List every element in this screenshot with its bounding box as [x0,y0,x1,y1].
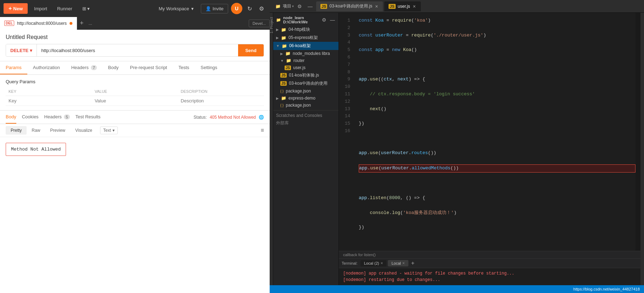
tab-tests[interactable]: Tests [173,61,195,74]
tree-item-package-json[interactable]: { } package.json [273,88,338,95]
ide-tab-user-close[interactable]: × [412,4,417,9]
method-label: DELETE [10,48,28,53]
project-side-label[interactable]: 1: Project [270,14,274,36]
new-button[interactable]: + New [4,3,28,14]
tree-item-05[interactable]: ▶ 📁 05-express框架 [273,34,338,42]
format-type-label: Text [103,128,111,133]
response-tabs-bar: Body Cookies Headers 5 Test Results Stat… [0,111,270,124]
postman-navbar: + New Import Runner ⊞ ▾ My Workspace ▾ 👤… [0,0,270,17]
add-terminal-button[interactable]: + [410,260,416,266]
ide-bottom-area: Terminal: Local (2) × Local × + [nodemon… [339,258,640,285]
invite-button[interactable]: 👤 Invite [201,4,228,13]
tab-settings[interactable]: Settings [195,61,223,74]
ide-tab-user-label: user.js [398,4,410,9]
ide-tab-main-close[interactable]: × [374,4,379,9]
format-raw[interactable]: Raw [27,126,45,135]
key-input[interactable] [9,98,89,103]
tree-item-03-koa[interactable]: JS 03-koa中路由的使用 [273,79,338,88]
folder-label-ed: express-demo [288,96,315,101]
file-icon-01-koa: JS [280,73,287,78]
resp-tab-headers[interactable]: Headers 5 [44,111,70,124]
tree-item-scratches[interactable]: Scratches and Consoles [273,112,338,119]
term-tab-local-close[interactable]: × [402,261,405,266]
term-tab-local[interactable]: Local × [388,260,408,266]
resp-tab-body[interactable]: Body [6,111,16,124]
response-body-text: Method Not Allowed [6,143,66,156]
import-button[interactable]: Import [31,4,51,13]
scrollbar[interactable] [635,13,640,251]
developer-button[interactable]: Devel... [249,19,270,27]
format-preview[interactable]: Preview [45,126,70,135]
file-tree: 📁 node_learn D:\CWork\We ⚙ — ▶ 📁 04-http… [273,13,339,285]
tab-authorization[interactable]: Authorization [27,61,66,74]
tab-pre-request[interactable]: Pre-request Script [124,61,173,74]
ide-minimize-btn[interactable]: — [306,2,315,11]
resp-tab-test-results[interactable]: Test Results [76,111,101,124]
tree-item-user-js[interactable]: JS user.js [273,64,338,71]
code-area[interactable]: 1234 5678 9101112 13141516 const Koa = r… [339,13,640,251]
format-tabs-bar: Pretty Raw Preview Visualize Text ▾ ≡ [0,124,270,137]
tree-item-package-json-root[interactable]: { } package.json [273,102,338,109]
ide-statusbar: https://blog.csdn.net/weixin_44827418 [270,285,644,293]
term-line-2: [nodemon] restarting due to changes... [343,277,636,283]
ide-tab-main[interactable]: JS 03-koa中路由的使用.js × [316,1,383,11]
folder-icon-04: 📁 [281,27,286,32]
ide-settings-btn[interactable]: ⚙ [295,2,304,11]
code-content: const Koa = require('koa') const userRou… [353,13,635,251]
term-tab-local2-label: Local (2) [364,261,379,265]
settings-icon[interactable]: ⚙ [257,4,266,13]
workspace-selector[interactable]: My Workspace ▾ [154,4,198,13]
tree-item-router[interactable]: ▼ 📁 router [273,57,338,64]
terminal-label: Terminal: [342,261,358,265]
status-label: Status: [194,115,207,120]
tree-item-04[interactable]: ▶ 📁 04-http模块 [273,26,338,34]
format-type-selector[interactable]: Text ▾ [100,126,118,134]
project-side-panel: 1: Project [270,13,273,285]
request-tab[interactable]: DEL http://localhost:8000/users [0,17,77,30]
layout-button[interactable]: ⊞ ▾ [79,4,94,13]
wrap-icon[interactable]: ≡ [261,127,264,134]
invite-label: Invite [213,6,224,11]
method-selector[interactable]: DELETE ▾ [6,44,37,56]
format-pretty[interactable]: Pretty [6,126,27,135]
term-tab-local2-close[interactable]: × [380,261,383,266]
headers-badge: 7 [91,65,97,70]
tree-collapse-btn[interactable]: — [329,16,336,23]
params-table: KEY VALUE DESCRIPTION [6,87,264,106]
ide-tab-user[interactable]: JS user.js × [384,1,420,11]
folder-icon-ed: 📁 [281,96,286,101]
add-tab-button[interactable]: + [77,19,87,27]
format-visualize[interactable]: Visualize [70,126,97,135]
resp-tab-cookies[interactable]: Cookies [22,111,39,124]
folder-label-06: 06-koa框架 [289,43,311,49]
term-tab-local2[interactable]: Local (2) × [360,260,387,266]
more-tabs-button[interactable]: ... [87,21,94,26]
folder-label-05: 05-express框架 [288,35,318,41]
tab-body[interactable]: Body [103,61,125,74]
sync-button[interactable]: ↻ [245,4,254,13]
response-area: Body Cookies Headers 5 Test Results Stat… [0,110,270,293]
query-params-area: Query Params KEY VALUE DESCRIPTION [0,75,270,110]
tree-item-external[interactable]: 外部库 [273,119,338,127]
tree-settings-btn[interactable]: ⚙ [321,16,327,23]
description-input[interactable] [181,98,261,103]
tree-item-express-demo[interactable]: ▶ 📁 express-demo [273,95,338,102]
tab-params[interactable]: Params [0,61,27,74]
tree-item-01-koa[interactable]: JS 01-koa初体验.js [273,71,338,79]
tree-item-node-modules[interactable]: ▶ 📁 node_modules libra [273,50,338,57]
tree-item-06[interactable]: ▼ 📁 06-koa框架 [273,42,338,50]
folder-arrow-icon-nm: ▶ [280,52,283,56]
folder-label-nm: node_modules libra [293,51,330,56]
send-button[interactable]: Send [238,44,264,56]
file-icon-package-json: { } [280,89,284,93]
file-label-user-js: user.js [293,65,306,70]
runner-button[interactable]: Runner [54,4,76,13]
workspace-label: My Workspace [159,6,189,11]
folder-icon-06: 📁 [282,44,287,49]
folder-icon-router: 📁 [286,58,291,63]
new-button-label: New [13,6,23,11]
tab-headers[interactable]: Headers 7 [66,61,103,74]
url-input[interactable] [37,48,238,53]
folder-arrow-icon-05: ▶ [276,36,279,40]
value-input[interactable] [95,98,175,103]
